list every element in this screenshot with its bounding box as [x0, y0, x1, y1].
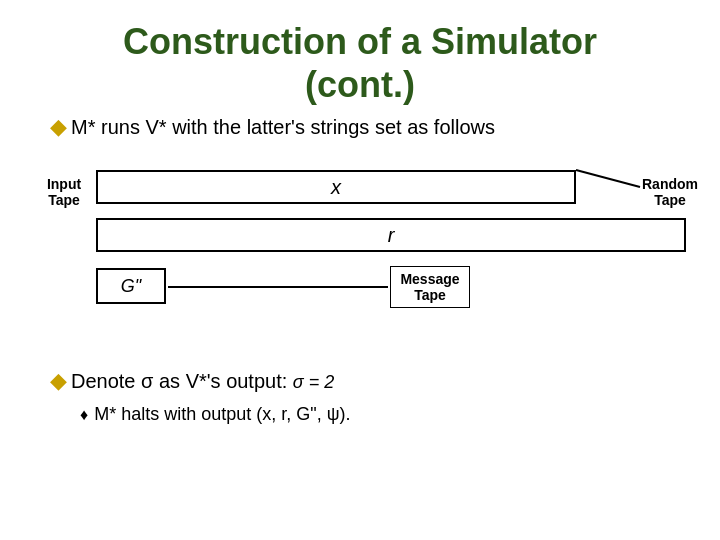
denote-line: ◆ Denote σ as V*'s output: σ = 2: [50, 368, 680, 394]
bullet-line: ♦ M* halts with output (x, r, G", ψ).: [50, 404, 680, 425]
g-text: G": [121, 276, 141, 297]
slide-title: Construction of a Simulator (cont.): [40, 20, 680, 106]
slide: Construction of a Simulator (cont.) ◆M* …: [0, 0, 720, 540]
bullet-text: M* halts with output (x, r, G", ψ).: [94, 404, 350, 425]
title-line1: Construction of a Simulator: [40, 20, 680, 63]
input-tape-label: InputTape: [40, 176, 88, 208]
random-tape-label: RandomTape: [640, 176, 700, 208]
diamond-icon: ◆: [50, 114, 67, 139]
message-tape-label: MessageTape: [390, 266, 470, 308]
bullet-symbol: ♦: [80, 406, 88, 424]
g-box: G": [96, 268, 166, 304]
svg-line-0: [576, 170, 640, 187]
tape-r-text: r: [388, 224, 395, 247]
diagram: InputTape RandomTape x r G" MessageTape: [40, 158, 700, 348]
denote-text: Denote σ as V*'s output: σ = 2: [71, 370, 334, 393]
title-line2: (cont.): [40, 63, 680, 106]
subtitle: ◆M* runs V* with the latter's strings se…: [40, 114, 680, 140]
g-message-line: [168, 286, 388, 288]
tape-r-box: r: [96, 218, 686, 252]
tape-x-text: x: [331, 176, 341, 199]
bottom-section: ◆ Denote σ as V*'s output: σ = 2 ♦ M* ha…: [40, 368, 680, 425]
denote-diamond-icon: ◆: [50, 368, 67, 394]
sigma-formula: σ = 2: [293, 372, 334, 392]
tape-x-box: x: [96, 170, 576, 204]
